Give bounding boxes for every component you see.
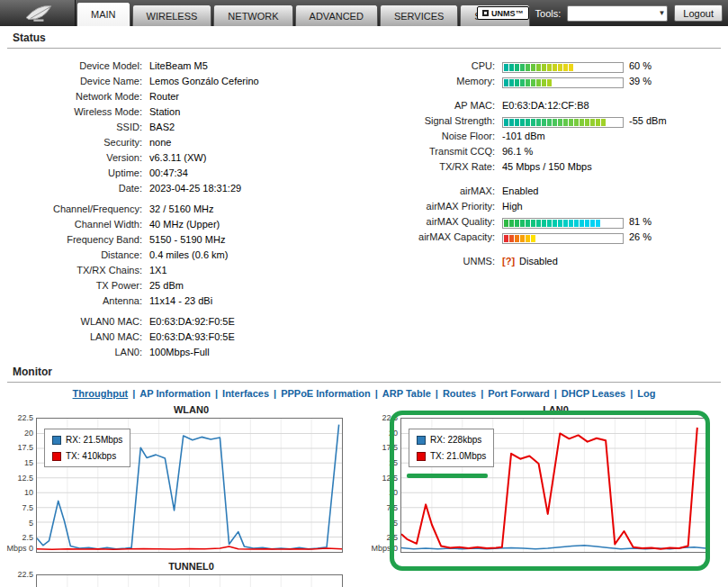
field-value: High [502, 201, 523, 212]
field-value: -55 dBm [629, 115, 667, 126]
field-value: 45 Mbps / 150 Mbps [502, 161, 592, 172]
unms-logo-icon [482, 10, 489, 16]
field-value: Disabled [519, 256, 558, 266]
monitor-link-interfaces[interactable]: Interfaces [222, 388, 269, 399]
tab-network[interactable]: NETWORK [213, 5, 292, 26]
chart-legend: RX: 21.5MbpsTX: 410kbps [44, 429, 130, 467]
status-row: Antenna:11x14 - 23 dBi [7, 294, 360, 309]
progress-bar [502, 233, 624, 244]
status-row: Memory:39 % [360, 74, 724, 89]
field-label: Channel Width: [7, 217, 142, 232]
field-label: Security: [7, 135, 142, 150]
legend-row: TX: 410kbps [52, 450, 122, 462]
monitor-link-routes[interactable]: Routes [443, 388, 476, 399]
field-value: 39 % [629, 76, 652, 86]
main-content: Status Device Model:LiteBeam M5Device Na… [0, 26, 728, 587]
y-tick-label: 5 [393, 519, 398, 528]
monitor-link-log[interactable]: Log [637, 388, 655, 399]
y-axis: 22.52017.51512.5107.552.5Mbps 0 [9, 418, 36, 553]
unms-help-link[interactable]: [?] [502, 256, 515, 266]
field-label: Transmit CCQ: [360, 144, 495, 159]
y-tick-label: 2.5 [386, 533, 398, 542]
field-label: LAN0 MAC: [7, 330, 142, 345]
tools-dropdown[interactable]: ▼ [567, 5, 668, 22]
field-value: BAS2 [149, 122, 175, 132]
status-row: Transmit CCQ:96.1 % [360, 144, 724, 159]
y-tick-label: 15 [389, 458, 398, 467]
topbar-controls: UNMS™ Tools: ▼ Logout [477, 0, 723, 26]
tab-services[interactable]: SERVICES [380, 5, 458, 26]
field-label: Version: [7, 150, 142, 166]
field-label: Uptime: [7, 166, 142, 181]
field-label: UNMS: [360, 254, 495, 269]
progress-bar [502, 117, 624, 128]
logout-button[interactable]: Logout [674, 5, 723, 22]
tab-wireless[interactable]: WIRELESS [132, 5, 212, 26]
status-row: airMAX Priority:High [360, 199, 724, 214]
chart-legend: RX: 228kbpsTX: 21.0Mbps [409, 429, 494, 467]
status-row: Signal Strength:-55 dBm [360, 113, 724, 129]
field-label: Wireless Mode: [7, 104, 142, 120]
field-label: Noise Floor: [360, 129, 495, 144]
status-row: airMAX:Enabled [360, 184, 724, 199]
legend-row: RX: 228kbps [417, 434, 486, 446]
y-tick-label: 15 [24, 458, 33, 467]
status-row: Frequency Band:5150 - 5190 MHz [7, 232, 360, 248]
rx-series-swatch [52, 436, 61, 445]
status-divider [7, 48, 721, 49]
status-row: TX/RX Rate:45 Mbps / 150 Mbps [360, 159, 724, 175]
monitor-link-arp-table[interactable]: ARP Table [382, 388, 431, 399]
tools-label: Tools: [535, 8, 562, 19]
monitor-divider [7, 382, 721, 383]
tab-advanced[interactable]: ADVANCED [295, 5, 378, 26]
y-tick-label: 2.5 [22, 533, 33, 542]
monitor-link-ap-information[interactable]: AP Information [139, 388, 211, 399]
plot-area [36, 574, 343, 587]
field-label: SSID: [7, 120, 142, 135]
monitor-link-dhcp-leases[interactable]: DHCP Leases [562, 388, 625, 399]
field-value: 26 % [629, 231, 652, 242]
tx-series-swatch [417, 452, 426, 461]
status-row: Network Mode:Router [7, 89, 360, 104]
chart-title: LAN0 [373, 403, 711, 418]
field-value: Lemos Gonzálo Ceferino [149, 76, 259, 86]
link-separator: | [132, 388, 135, 399]
plot-area: RX: 228kbpsTX: 21.0Mbps [400, 418, 707, 553]
field-label: Network Mode: [7, 89, 142, 104]
rx-series-swatch [417, 436, 426, 445]
progress-bar [502, 77, 624, 88]
field-label: AP MAC: [360, 98, 495, 113]
status-row: Wireless Mode:Station [7, 104, 360, 120]
progress-bar [502, 62, 624, 73]
status-right-column: CPU:60 %Memory:39 %AP MAC:E0:63:DA:12:CF… [360, 59, 724, 278]
status-row: Uptime:00:47:34 [7, 166, 360, 181]
chart-lan0: LAN022.52017.51512.5107.552.5Mbps 0RX: 2… [373, 403, 711, 553]
monitor-link-throughput[interactable]: Throughput [73, 388, 129, 399]
status-row: Channel/Frequency:32 / 5160 MHz [7, 202, 360, 217]
status-row: airMAX Quality:81 % [360, 214, 724, 230]
field-value: E0:63:DA:93:F0:5E [149, 331, 235, 342]
field-value: 96.1 % [502, 146, 533, 157]
status-row: Device Model:LiteBeam M5 [7, 59, 360, 74]
field-label: TX/RX Rate: [360, 159, 495, 175]
tab-main[interactable]: MAIN [76, 2, 130, 26]
y-tick-label: 12.5 [17, 474, 33, 483]
monitor-link-port-forward[interactable]: Port Forward [488, 388, 549, 399]
legend-label: TX: 410kbps [66, 451, 116, 461]
link-separator: | [215, 388, 218, 399]
chart-tunnel0: TUNNEL022.52017.51512.5107.552.5Mbps 0 [9, 560, 346, 587]
field-value: 40 MHz (Upper) [149, 219, 220, 230]
field-label: airMAX Quality: [360, 214, 495, 230]
y-tick-label: 22.5 [382, 413, 398, 422]
field-value: 81 % [629, 216, 652, 227]
status-row: LAN0 MAC:E0:63:DA:93:F0:5E [7, 330, 360, 345]
monitor-link-pppoe-information[interactable]: PPPoE Information [281, 388, 371, 399]
y-tick-label: 22.5 [17, 570, 33, 579]
status-row: TX/RX Chains:1X1 [7, 263, 360, 278]
unms-button[interactable]: UNMS™ [477, 6, 529, 20]
status-row: AP MAC:E0:63:DA:12:CF:B8 [360, 98, 724, 113]
top-navigation-bar: MAINWIRELESSNETWORKADVANCEDSERVICESSYSTE… [0, 0, 728, 26]
field-value: 100Mbps-Full [149, 347, 210, 357]
status-row: Noise Floor:-101 dBm [360, 129, 724, 144]
brand-logo-tab[interactable] [0, 0, 76, 26]
